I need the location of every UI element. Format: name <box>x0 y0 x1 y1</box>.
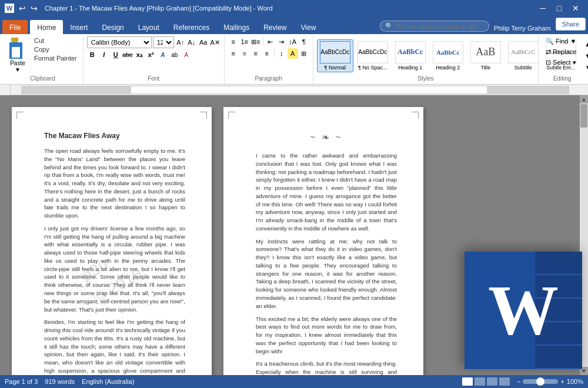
page2-ornament: ~ ❧ ~ <box>256 131 397 145</box>
ribbon-group-editing: 🔍 Find ▼ ⇄ Replace ⊡ Select ▾ Editing <box>539 35 586 84</box>
page-1: p30© 2015 The Macaw Flies Away The open … <box>12 107 212 375</box>
paragraph-label: Paragraph <box>225 75 313 82</box>
format-painter-button[interactable]: Format Painter <box>32 54 79 62</box>
word-logo-overlay: W <box>465 252 582 369</box>
document-area: p30© 2015 The Macaw Flies Away The open … <box>0 95 588 375</box>
shading-button[interactable]: A <box>288 48 298 59</box>
style-subtitle[interactable]: AaBbCcC Subtitle <box>505 39 542 72</box>
tab-review[interactable]: Review <box>256 20 293 34</box>
page2-para3: This excited me a bit; the elderly were … <box>256 315 397 356</box>
cut-button[interactable]: Cut <box>32 36 79 45</box>
styles-label: Styles <box>313 75 538 82</box>
restore-button[interactable]: □ <box>552 2 567 14</box>
view-outline[interactable] <box>487 377 497 386</box>
page2-para2: My instincts were rattling at me; why no… <box>256 238 397 310</box>
tab-layout[interactable]: Layout <box>131 20 166 34</box>
zoom-percent: 100% <box>567 378 583 385</box>
zoom-out-button[interactable]: − <box>517 378 520 385</box>
zoom-slider[interactable] <box>523 379 558 384</box>
align-center-button[interactable]: ≡ <box>239 48 250 59</box>
ruler-area <box>0 85 588 95</box>
ribbon-tabs-bar: File Home Insert Design Layout Reference… <box>0 16 588 34</box>
numbering-button[interactable]: 1≡ <box>239 36 250 47</box>
text-effects-button[interactable]: A <box>158 49 168 60</box>
style-heading1[interactable]: AaBbCc Heading 1 <box>392 39 429 72</box>
page1-heading: The Macaw Flies Away <box>44 131 185 141</box>
font-label: Font <box>83 75 224 82</box>
tab-insert[interactable]: Insert <box>63 20 95 34</box>
increase-indent-button[interactable]: ⇥ <box>276 36 287 47</box>
redo-button[interactable]: ↪ <box>29 2 39 14</box>
line-spacing-button[interactable]: ↕ <box>276 48 287 59</box>
page-info: Page 1 of 3 <box>5 378 38 385</box>
view-draft[interactable] <box>499 377 510 386</box>
find-button[interactable]: 🔍 Find ▼ <box>542 36 580 46</box>
page1-para3: Besides, I'm starting to feel like I'm g… <box>44 318 185 375</box>
clipboard-label: Clipboard <box>2 75 83 82</box>
title-bar: W ↩ ↪ Chapter 1 - The Macaw Flies Away [… <box>0 0 588 16</box>
underline-button[interactable]: U <box>111 49 121 60</box>
ribbon-group-font: Calibri (Body) 12 A↑ A↓ Aa A✕ B I U abc … <box>83 35 225 84</box>
decrease-font-button[interactable]: A↓ <box>186 37 197 48</box>
borders-button[interactable]: ⊞ <box>299 48 309 59</box>
text-highlight-button[interactable]: ab <box>169 49 180 60</box>
zoom-in-button[interactable]: + <box>560 378 564 385</box>
page1-para2: I only just got my drivers' license a fe… <box>44 225 185 313</box>
increase-font-button[interactable]: A↑ <box>175 37 186 48</box>
page2-para1: I came to the rather awkward and embarra… <box>256 152 397 233</box>
ribbon: Paste ▼ Cut Copy Format Painter Clipboar… <box>0 34 588 85</box>
style-title[interactable]: AaB Title <box>467 39 504 72</box>
select-button[interactable]: ⊡ Select ▾ <box>542 58 580 68</box>
clear-formatting-button[interactable]: A✕ <box>210 37 220 48</box>
bold-button[interactable]: B <box>87 49 98 60</box>
close-button[interactable]: ✕ <box>568 2 583 14</box>
page2-para4: It's a treacherous climb, but it's the m… <box>256 360 397 375</box>
style-no-space[interactable]: AaBbCcDc ¶ No Spac... <box>355 39 391 72</box>
view-print-layout[interactable] <box>462 377 473 386</box>
show-hide-button[interactable]: ¶ <box>299 36 309 47</box>
scrollbar-thumb[interactable] <box>580 104 587 128</box>
font-name-dropdown[interactable]: Calibri (Body) <box>87 36 152 48</box>
subscript-button[interactable]: x₂ <box>134 49 145 60</box>
language: English (Australia) <box>82 378 134 385</box>
sort-button[interactable]: ↕A <box>288 36 298 47</box>
tab-design[interactable]: Design <box>95 20 131 34</box>
user-name: Philip Terry Graham <box>494 25 551 32</box>
justify-button[interactable]: ≡ <box>262 48 272 59</box>
change-case-button[interactable]: Aa <box>198 37 209 48</box>
tab-references[interactable]: References <box>166 20 216 34</box>
minimize-button[interactable]: ─ <box>535 2 550 14</box>
decrease-indent-button[interactable]: ⇤ <box>265 36 276 47</box>
strikethrough-button[interactable]: abc <box>122 49 133 60</box>
tell-me-input[interactable] <box>396 23 484 30</box>
font-size-dropdown[interactable]: 12 <box>153 36 174 48</box>
share-button[interactable]: Share <box>556 18 586 31</box>
align-right-button[interactable]: ≡ <box>250 48 261 59</box>
word-count: 919 words <box>45 378 75 385</box>
zoom-thumb <box>536 377 544 386</box>
scroll-up-button[interactable]: ▲ <box>580 95 588 103</box>
word-app-icon: W <box>5 4 14 13</box>
paste-button[interactable]: Paste ▼ <box>6 36 29 74</box>
multilevel-list-button[interactable]: ⊞≡ <box>250 36 261 47</box>
tab-home[interactable]: Home <box>30 20 63 34</box>
italic-button[interactable]: I <box>99 49 109 60</box>
tab-view[interactable]: View <box>294 20 323 34</box>
ribbon-group-styles: AaBbCcDc ¶ Normal AaBbCcDc ¶ No Spac... … <box>313 35 539 84</box>
tab-file[interactable]: File <box>2 20 28 34</box>
tab-mailings[interactable]: Mailings <box>216 20 256 34</box>
copy-button[interactable]: Copy <box>32 45 79 53</box>
superscript-button[interactable]: x² <box>146 49 156 60</box>
replace-button[interactable]: ⇄ Replace <box>542 47 580 57</box>
ribbon-group-paragraph: ≡ 1≡ ⊞≡ ⇤ ⇥ ↕A ¶ ≡ ≡ ≡ ≡ ↕ A ⊞ Paragraph <box>225 35 313 84</box>
editing-label: Editing <box>539 75 586 82</box>
undo-button[interactable]: ↩ <box>18 2 27 14</box>
style-heading2[interactable]: AaBbCc Heading 2 <box>430 39 466 72</box>
zoom-control: − + 100% <box>517 378 583 385</box>
align-left-button[interactable]: ≡ <box>228 48 239 59</box>
view-web-layout[interactable] <box>475 377 485 386</box>
bullets-button[interactable]: ≡ <box>228 36 239 47</box>
title-text: Chapter 1 - The Macaw Flies Away [Philip… <box>45 5 273 12</box>
style-normal[interactable]: AaBbCcDc ¶ Normal <box>317 39 353 72</box>
font-color-button[interactable]: A <box>181 49 192 60</box>
